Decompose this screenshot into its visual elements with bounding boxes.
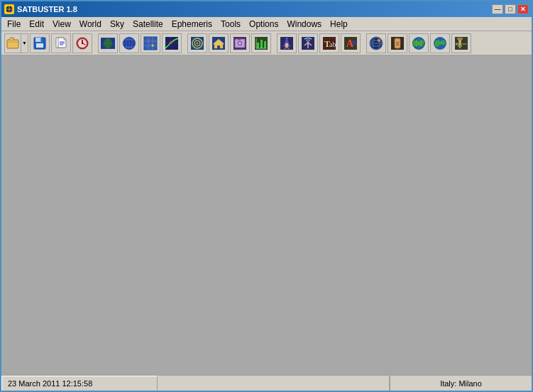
maximize-button[interactable]: □ (505, 4, 516, 14)
chart-button[interactable] (251, 33, 271, 53)
font-button[interactable]: A B (341, 33, 361, 53)
status-location: Italy: Milano (390, 376, 532, 391)
svg-rect-5 (40, 38, 42, 41)
settings-button[interactable] (388, 33, 407, 53)
main-content (1, 55, 532, 375)
svg-rect-1 (7, 40, 18, 48)
location-text: Italy: Milano (440, 379, 482, 388)
title-bar-left: SATBUSTER 1.8 (4, 4, 77, 14)
svg-point-59 (307, 40, 309, 43)
antenna-button[interactable] (298, 33, 318, 53)
svg-point-38 (197, 42, 199, 44)
status-middle (158, 376, 390, 391)
svg-point-54 (286, 40, 287, 41)
svg-rect-4 (36, 43, 43, 48)
toolbar: ▼ (1, 31, 532, 55)
menu-windows[interactable]: Windows (282, 18, 326, 31)
text-button[interactable]: T ab (319, 33, 339, 53)
menu-file[interactable]: File (3, 18, 25, 31)
svg-text:ab: ab (329, 40, 336, 48)
status-datetime: 23 March 2011 12:15:58 (1, 376, 158, 391)
menu-sky[interactable]: Sky (106, 18, 128, 31)
menu-tools[interactable]: Tools (216, 18, 245, 31)
svg-rect-45 (238, 39, 241, 40)
menu-view[interactable]: View (48, 18, 75, 31)
print-button[interactable] (51, 33, 71, 53)
svg-rect-72 (395, 38, 400, 48)
svg-text:B: B (352, 39, 357, 47)
svg-rect-48 (260, 40, 263, 48)
close-button[interactable]: ✕ (517, 4, 529, 14)
menu-bar: File Edit View World Sky Satellite Ephem… (1, 17, 532, 31)
window-title: SATBUSTER 1.8 (17, 5, 77, 13)
app-icon (4, 4, 14, 14)
tool-button[interactable] (451, 33, 471, 53)
globe-button[interactable] (366, 33, 386, 53)
open-dropdown: ▼ (4, 33, 28, 53)
menu-world[interactable]: World (75, 18, 106, 31)
svg-rect-3 (35, 38, 41, 42)
title-bar-buttons: — □ ✕ (492, 4, 529, 14)
svg-rect-83 (458, 45, 462, 47)
schedule-button[interactable] (72, 33, 92, 53)
minimize-button[interactable]: — (492, 4, 503, 14)
svg-rect-49 (264, 41, 266, 48)
open-button[interactable] (4, 33, 21, 53)
open-dropdown-arrow[interactable]: ▼ (21, 33, 28, 53)
menu-help[interactable]: Help (326, 18, 352, 31)
main-window: SATBUSTER 1.8 — □ ✕ File Edit View World… (0, 0, 533, 392)
status-bar: 23 March 2011 12:15:58 Italy: Milano (1, 375, 532, 391)
sky-view-button[interactable] (119, 33, 139, 53)
svg-point-30 (152, 44, 154, 46)
svg-point-29 (148, 40, 150, 42)
menu-ephemeris[interactable]: Ephemeris (167, 18, 216, 31)
map2-button[interactable] (409, 33, 429, 53)
photo-button[interactable] (230, 33, 250, 53)
svg-rect-47 (257, 43, 259, 48)
home-button[interactable] (209, 33, 229, 53)
world-map-button[interactable] (98, 33, 118, 53)
title-bar: SATBUSTER 1.8 — □ ✕ (1, 1, 532, 17)
svg-point-44 (238, 42, 241, 45)
menu-satellite[interactable]: Satellite (128, 18, 167, 31)
save-button[interactable] (30, 33, 50, 53)
earth-button[interactable] (430, 33, 450, 53)
menu-options[interactable]: Options (245, 18, 282, 31)
svg-point-70 (378, 39, 380, 42)
rocket-button[interactable] (277, 33, 297, 53)
svg-rect-24 (144, 37, 157, 50)
svg-rect-81 (457, 38, 463, 40)
menu-edit[interactable]: Edit (25, 18, 48, 31)
grid-button[interactable] (141, 33, 160, 53)
footprint-button[interactable] (187, 33, 207, 53)
datetime-text: 23 March 2011 12:15:58 (8, 379, 92, 388)
svg-point-14 (82, 43, 83, 44)
track-button[interactable] (162, 33, 182, 53)
